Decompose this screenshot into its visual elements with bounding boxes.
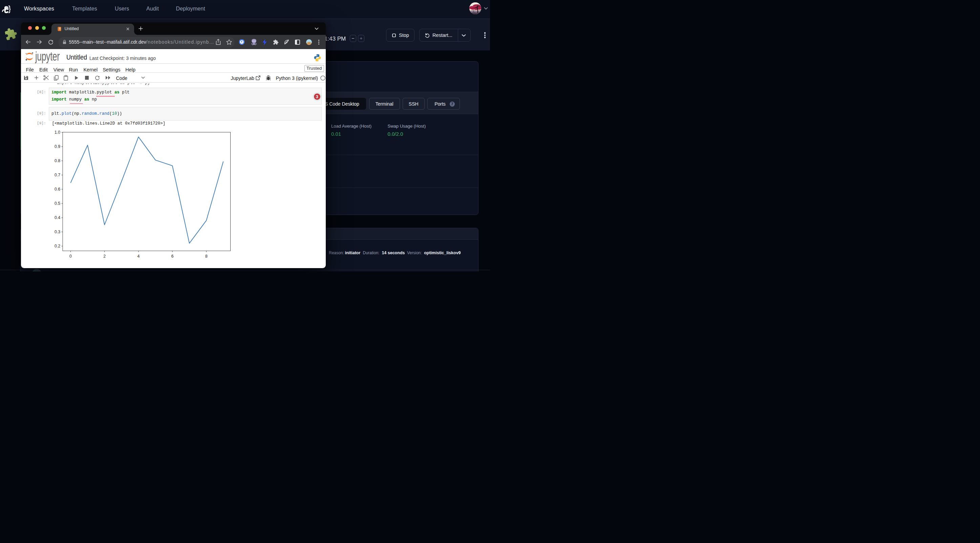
svg-text:0.2: 0.2 — [54, 244, 60, 248]
svg-text:2: 2 — [103, 254, 106, 259]
svg-text:0.7: 0.7 — [54, 173, 60, 178]
svg-text:0.3: 0.3 — [54, 230, 60, 234]
svg-text:0.5: 0.5 — [54, 201, 60, 206]
svg-text:0.6: 0.6 — [54, 187, 60, 192]
svg-text:6: 6 — [171, 254, 174, 259]
svg-text:0.4: 0.4 — [54, 215, 60, 220]
svg-text:0: 0 — [69, 254, 72, 259]
svg-text:4: 4 — [137, 254, 140, 259]
svg-text:0.9: 0.9 — [54, 144, 60, 149]
svg-text:8: 8 — [205, 254, 208, 259]
svg-text:1.0: 1.0 — [54, 130, 60, 135]
svg-text:0.8: 0.8 — [54, 159, 60, 163]
